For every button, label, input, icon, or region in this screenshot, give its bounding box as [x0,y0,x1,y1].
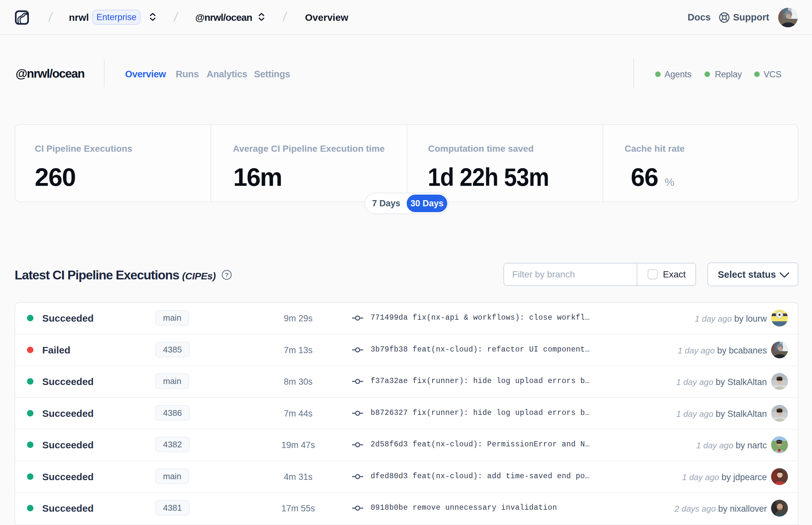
svg-text:?: ? [225,272,229,279]
